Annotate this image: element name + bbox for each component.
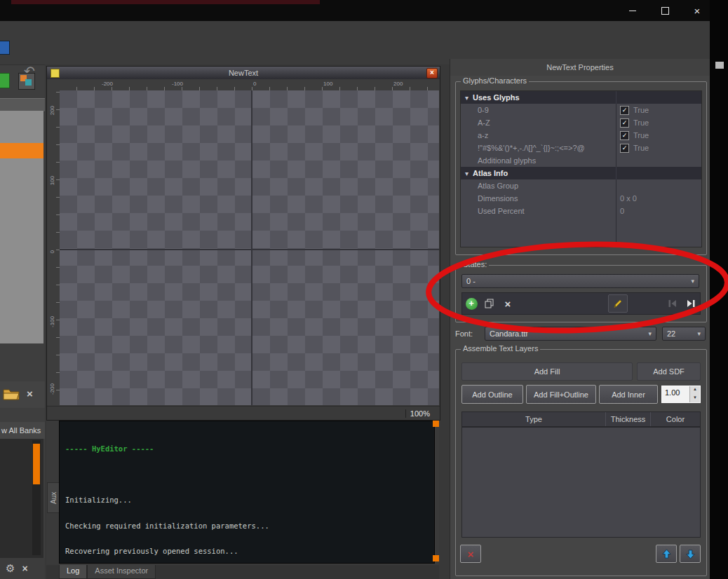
- duplicate-state-button[interactable]: [480, 295, 499, 312]
- tree-header-atlas-info[interactable]: ▾Atlas Info: [461, 167, 701, 179]
- glyph-row-value: True: [633, 131, 649, 139]
- assemble-add-fill-button[interactable]: Add Fill: [461, 362, 633, 381]
- minimize-button[interactable]: [616, 0, 649, 21]
- tree-row-additional-glyphs[interactable]: Additional glyphs: [461, 154, 701, 167]
- origin-vertical-line: [251, 90, 252, 405]
- tab-log-label: Log: [67, 566, 79, 575]
- log-line: Initializing...: [65, 496, 434, 505]
- column-color[interactable]: Color: [651, 412, 700, 426]
- state-order-forward-button[interactable]: [682, 295, 700, 312]
- maximize-button[interactable]: [649, 0, 681, 21]
- add-sdf-label: Add SDF: [653, 367, 685, 376]
- clipped-green-tool-icon[interactable]: [0, 73, 10, 88]
- thickness-spinbox[interactable]: 1.00 ▲▼: [661, 386, 701, 403]
- layers-table-body[interactable]: [461, 427, 701, 538]
- layer-down-button[interactable]: [680, 545, 701, 563]
- selected-item-highlight[interactable]: [0, 143, 43, 158]
- tab-asset-inspector[interactable]: Asset Inspector: [87, 565, 156, 579]
- clipped-panel-header: [0, 98, 45, 112]
- mdi-area: NewText × -200 -100 0 100 200 200 100 0 …: [45, 64, 450, 579]
- column-thickness-label: Thickness: [611, 415, 646, 423]
- layer-up-button[interactable]: [656, 545, 677, 563]
- zoom-level[interactable]: 100%: [410, 409, 430, 418]
- arrow-down-icon: [685, 549, 696, 559]
- spin-down-icon[interactable]: ▼: [690, 395, 700, 403]
- log-line: [65, 470, 434, 479]
- column-type[interactable]: Type: [462, 412, 606, 426]
- scrollbar-track[interactable]: [32, 440, 41, 555]
- scrollbar-handle[interactable]: [33, 444, 40, 484]
- log-line: Recovering previously opened session...: [65, 547, 434, 556]
- canvas-close-button[interactable]: ×: [426, 68, 438, 79]
- font-family-dropdown[interactable]: Candara.ttf ▾: [485, 327, 656, 341]
- canvas-statusbar: 100%: [47, 406, 440, 420]
- tree-row-lowercase[interactable]: a-z ✓True: [461, 129, 701, 142]
- font-family-value: Candara.ttf: [490, 329, 527, 338]
- font-size-dropdown[interactable]: 22 ▾: [662, 327, 706, 341]
- assemble-add-outline-button[interactable]: Add Outline: [461, 385, 523, 404]
- add-outline-label: Add Outline: [472, 390, 512, 399]
- remove-layer-button[interactable]: ×: [460, 545, 481, 563]
- close-icon: ×: [694, 5, 701, 17]
- font-label: Font:: [455, 329, 473, 338]
- assemble-add-sdf-button[interactable]: Add SDF: [637, 362, 701, 381]
- titlebar-accent: [11, 0, 320, 4]
- checkbox-checked[interactable]: ✓: [620, 118, 629, 128]
- chevron-down-icon[interactable]: ▾: [465, 94, 469, 102]
- close-button[interactable]: ×: [681, 0, 713, 21]
- tab-log[interactable]: Log: [59, 565, 87, 579]
- uses-glyphs-label: Uses Glyphs: [473, 93, 520, 102]
- bottom-tab-bar: Log Asset Inspector: [46, 565, 439, 579]
- clipped-bank-list: [0, 439, 43, 558]
- glyph-row-value: True: [633, 106, 649, 114]
- assemble-add-fill-outline-button[interactable]: Add Fill+Outline: [526, 385, 596, 404]
- tree-row-atlas-group[interactable]: Atlas Group: [461, 179, 701, 192]
- clipped-sprite-icon[interactable]: [18, 73, 35, 90]
- close-bank-icon[interactable]: ×: [27, 388, 33, 400]
- banks-label[interactable]: w All Banks: [0, 426, 41, 435]
- clipped-tool-icon[interactable]: [0, 41, 10, 55]
- dock-highlight-mark: [433, 421, 439, 427]
- step-right-icon: [685, 298, 696, 309]
- atlas-row-label: Used Percent: [461, 205, 616, 217]
- checkbox-checked[interactable]: ✓: [620, 144, 629, 153]
- tree-row-uppercase[interactable]: A-Z ✓True: [461, 116, 701, 129]
- copy-icon: [484, 298, 495, 309]
- folder-icon[interactable]: [3, 388, 20, 400]
- delete-icon: ×: [468, 548, 474, 560]
- remove-state-button[interactable]: ×: [499, 295, 517, 312]
- plus-icon: +: [466, 298, 478, 310]
- glyphs-tree: ▾Uses Glyphs 0-9 ✓True A-Z ✓True a-z ✓Tr…: [460, 90, 702, 247]
- glyphs-groupbox: Glyphs/Characters ▾Uses Glyphs 0-9 ✓True…: [455, 81, 707, 255]
- scroll-arrow-box[interactable]: [715, 62, 724, 69]
- add-inner-label: Add Inner: [612, 390, 645, 399]
- checkbox-checked[interactable]: ✓: [620, 106, 629, 115]
- spinbox-steppers[interactable]: ▲▼: [689, 386, 700, 402]
- canvas-viewport[interactable]: [60, 90, 439, 405]
- tree-row-dimensions[interactable]: Dimensions 0 x 0: [461, 192, 701, 205]
- ruler-label: 200: [49, 106, 55, 115]
- ruler-label: 0: [253, 81, 256, 87]
- tree-row-digits[interactable]: 0-9 ✓True: [461, 104, 701, 116]
- tree-row-used-percent[interactable]: Used Percent 0: [461, 205, 701, 217]
- checkbox-checked[interactable]: ✓: [620, 131, 629, 140]
- tree-header-uses-glyphs[interactable]: ▾Uses Glyphs: [461, 91, 701, 104]
- dropdown-arrow-icon: ▾: [697, 330, 701, 337]
- gear-icon[interactable]: ⚙: [6, 562, 15, 575]
- rename-state-button[interactable]: [608, 294, 628, 313]
- vertical-ruler: 200 100 0 -100 -200: [47, 90, 60, 405]
- states-dropdown[interactable]: 0 - ▾: [461, 274, 699, 288]
- delete-icon[interactable]: ×: [22, 563, 27, 574]
- ruler-label: -200: [49, 383, 55, 395]
- properties-panel-title[interactable]: NewText Properties: [450, 59, 710, 76]
- assemble-add-inner-button[interactable]: Add Inner: [599, 385, 658, 404]
- add-state-button[interactable]: +: [462, 295, 480, 312]
- state-order-back-button[interactable]: [663, 295, 682, 312]
- tree-row-punctuation[interactable]: !"#$%&'()*+,-./\[]^_`{|}~:;<=>?@ ✓True: [461, 142, 701, 154]
- canvas-window-title: NewText: [229, 69, 258, 77]
- chevron-down-icon[interactable]: ▾: [465, 170, 469, 177]
- spin-up-icon[interactable]: ▲: [690, 386, 700, 395]
- column-thickness[interactable]: Thickness: [606, 412, 651, 426]
- canvas-window-titlebar[interactable]: NewText ×: [47, 67, 440, 79]
- aux-tab[interactable]: Aux: [47, 482, 60, 513]
